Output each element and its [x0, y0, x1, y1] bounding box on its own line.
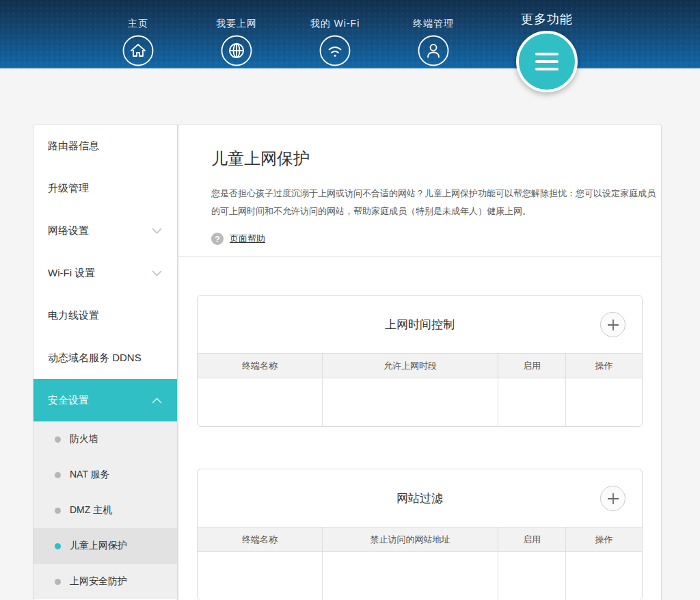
chevron-down-icon: [152, 270, 162, 276]
content-area: 路由器信息 升级管理 网络设置 Wi-Fi 设置 电力线设置 动态域名服务 DD…: [33, 124, 662, 600]
sidebar-subitem-firewall[interactable]: 防火墙: [33, 421, 177, 457]
header-nav: 主页 我要上网 我的 Wi-: [89, 0, 483, 68]
sidebar-item-wifi-settings[interactable]: Wi-Fi 设置: [33, 252, 177, 294]
wifi-icon: [319, 35, 351, 66]
table-cell: [565, 378, 642, 426]
nav-item-more: 更多功能: [516, 0, 578, 92]
column-header: 终端名称: [198, 527, 322, 551]
website-filter-panel: 网站过滤 终端名称 禁止访问的网站地址 启用 操作: [197, 469, 643, 600]
sidebar-subitem-parental-control[interactable]: 儿童上网保护: [33, 528, 177, 564]
time-control-table-header: 终端名称 允许上网时段 启用 操作: [198, 353, 642, 378]
sidebar-subitem-label: 防火墙: [70, 433, 98, 445]
column-header: 禁止访问的网站地址: [322, 527, 498, 551]
sidebar-subitem-label: 儿童上网保护: [70, 540, 127, 552]
plus-icon: [606, 492, 620, 506]
globe-icon: [221, 35, 252, 66]
home-icon: [122, 35, 154, 66]
nav-item-wifi[interactable]: 我的 Wi-Fi: [286, 0, 384, 68]
time-control-panel: 上网时间控制 终端名称 允许上网时段 启用 操作: [197, 295, 643, 427]
column-header: 操作: [565, 354, 642, 378]
page-help-link[interactable]: 页面帮助: [230, 233, 265, 245]
sidebar-item-label: 安全设置: [48, 394, 89, 407]
time-control-titlebar: 上网时间控制: [198, 296, 642, 353]
bullet-icon: [55, 508, 61, 514]
intro-section: 儿童上网保护 您是否担心孩子过度沉溺于上网或访问不合适的网站？儿童上网保护功能可…: [178, 125, 661, 257]
top-header-bar: 主页 我要上网 我的 Wi-: [0, 0, 700, 68]
more-functions-label: 更多功能: [516, 11, 578, 27]
table-cell: [198, 378, 322, 426]
nav-item-internet[interactable]: 我要上网: [187, 0, 286, 68]
bullet-icon: [55, 579, 61, 585]
chevron-up-icon: [152, 397, 162, 404]
bullet-icon: [55, 436, 61, 443]
nav-internet-label: 我要上网: [216, 18, 257, 30]
bullet-icon: [55, 472, 61, 478]
nav-home-label: 主页: [128, 18, 148, 30]
sidebar-subitem-security-protection[interactable]: 上网安全防护: [33, 564, 177, 599]
table-cell: [498, 552, 565, 600]
sidebar-item-label: 电力线设置: [48, 309, 99, 322]
table-cell: [322, 378, 498, 426]
sidebar-subitem-label: DMZ 主机: [70, 504, 112, 517]
user-icon: [418, 35, 449, 66]
plus-icon: [606, 318, 620, 332]
time-control-empty-row: [198, 378, 642, 426]
column-header: 终端名称: [198, 354, 322, 378]
column-header: 启用: [498, 527, 565, 551]
sidebar-item-label: 路由器信息: [48, 140, 99, 153]
nav-devices-label: 终端管理: [413, 18, 454, 30]
add-filter-rule-button[interactable]: [600, 486, 625, 511]
sidebar-item-label: 动态域名服务 DDNS: [48, 352, 142, 365]
sidebar-item-label: 网络设置: [48, 224, 89, 237]
column-header: 启用: [498, 354, 565, 378]
nav-item-home[interactable]: 主页: [89, 0, 187, 68]
table-cell: [498, 378, 565, 426]
nav-item-devices[interactable]: 终端管理: [384, 0, 483, 68]
table-cell: [565, 552, 642, 600]
sidebar-item-powerline[interactable]: 电力线设置: [33, 294, 177, 337]
column-header: 操作: [565, 527, 642, 551]
sidebar-subitem-dmz[interactable]: DMZ 主机: [33, 493, 177, 528]
sidebar-item-label: 升级管理: [48, 182, 89, 195]
sidebar-subitem-label: NAT 服务: [70, 469, 110, 481]
add-time-rule-button[interactable]: [600, 312, 625, 337]
page-description: 您是否担心孩子过度沉溺于上网或访问不合适的网站？儿童上网保护功能可以帮您解除担忧…: [211, 185, 657, 220]
panel-title: 网站过滤: [396, 491, 443, 506]
security-submenu: 防火墙 NAT 服务 DMZ 主机 儿童上网保护 上网安全防护: [33, 421, 177, 599]
website-filter-titlebar: 网站过滤: [198, 469, 642, 527]
sidebar-item-router-info[interactable]: 路由器信息: [33, 125, 177, 167]
question-icon: ?: [211, 233, 224, 245]
table-cell: [198, 552, 322, 600]
column-header: 允许上网时段: [322, 354, 498, 378]
sidebar-subitem-label: 上网安全防护: [70, 575, 127, 588]
website-filter-empty-row: [198, 552, 642, 600]
sidebar-item-label: Wi-Fi 设置: [48, 267, 95, 280]
sidebar-item-network-settings[interactable]: 网络设置: [33, 209, 177, 252]
page-title: 儿童上网保护: [211, 148, 628, 170]
sidebar-item-ddns[interactable]: 动态域名服务 DDNS: [33, 337, 177, 379]
sidebar-item-upgrade[interactable]: 升级管理: [33, 167, 177, 209]
sidebar-item-security-settings[interactable]: 安全设置: [33, 379, 177, 421]
panels-section: 上网时间控制 终端名称 允许上网时段 启用 操作: [178, 295, 661, 600]
nav-wifi-label: 我的 Wi-Fi: [310, 18, 360, 30]
website-filter-table-header: 终端名称 禁止访问的网站地址 启用 操作: [198, 527, 642, 552]
chevron-down-icon: [152, 228, 162, 234]
sidebar-subitem-nat[interactable]: NAT 服务: [33, 457, 177, 493]
table-cell: [322, 552, 498, 600]
help-row: ? 页面帮助: [211, 233, 628, 245]
panel-title: 上网时间控制: [385, 317, 455, 332]
menu-icon[interactable]: [516, 31, 578, 92]
settings-sidebar: 路由器信息 升级管理 网络设置 Wi-Fi 设置 电力线设置 动态域名服务 DD…: [33, 124, 178, 600]
bullet-icon: [55, 543, 61, 549]
main-panel: 儿童上网保护 您是否担心孩子过度沉溺于上网或访问不合适的网站？儿童上网保护功能可…: [178, 124, 662, 600]
